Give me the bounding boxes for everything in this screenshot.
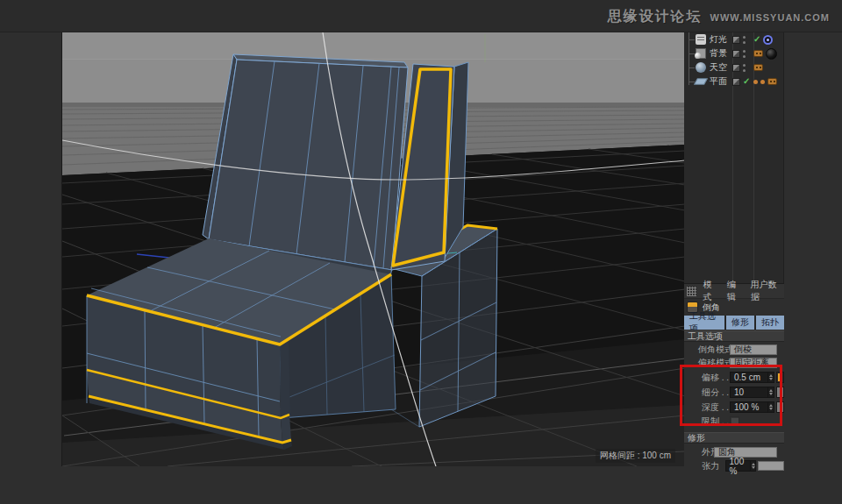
target-tag-icon[interactable] (763, 35, 773, 45)
subdivision-label: 细分 . . . (684, 387, 730, 399)
tension-slider[interactable] (758, 461, 784, 471)
depth-input[interactable]: 100 % (730, 401, 768, 413)
object-label: 平面 (710, 75, 727, 88)
tree-stub (689, 39, 695, 40)
row-depth: 深度 . . . 100 % (684, 401, 784, 413)
row-subdivision: 细分 . . . 10 (684, 387, 784, 398)
texture-tag-icon[interactable] (767, 78, 777, 85)
attribute-manager: 模式 编辑 用户数据 倒角 工具选项 修形 拓扑 工具选项 倒角模式 倒棱 偏移… (684, 283, 784, 472)
texture-tag-icon[interactable] (753, 64, 763, 71)
object-row-plane[interactable]: 平面 ✓ (684, 75, 783, 89)
sky-object-icon (696, 62, 706, 73)
tree-stub (689, 82, 695, 82)
tab-tool-option[interactable]: 工具选项 (684, 316, 724, 330)
row-limit: 限制 . . . (684, 415, 784, 427)
top-bar: 思缘设计论坛 WWW.MISSYUAN.COM (0, 0, 842, 32)
brand-chinese-text: 思缘设计论坛 (608, 8, 703, 26)
object-row-light[interactable]: 灯光 ✓ (684, 32, 783, 46)
watermark-logo: 思缘设计论坛 WWW.MISSYUAN.COM (608, 8, 830, 26)
object-manager: 灯光 ✓ 背景 天空 平面 ✓ (684, 32, 784, 290)
visibility-dots-icon[interactable] (743, 64, 746, 72)
offset-mode-dropdown[interactable]: 固定距离 (730, 358, 777, 368)
tension-label: 张力 (684, 460, 725, 472)
tension-input[interactable]: 100 % (725, 460, 751, 472)
material-thumbnail[interactable] (766, 48, 777, 60)
right-panel-region: 灯光 ✓ 背景 天空 平面 ✓ (684, 32, 842, 504)
row-offset: 偏移 . . . 0.5 cm (684, 372, 784, 383)
object-label: 灯光 (710, 33, 727, 46)
tab-shaping[interactable]: 修形 (726, 316, 754, 330)
tab-topology[interactable]: 拓扑 (756, 316, 784, 330)
subdivision-mini-slider[interactable] (776, 387, 784, 398)
attribute-tabs: 工具选项 修形 拓扑 (684, 316, 784, 330)
enabled-check-icon[interactable]: ✓ (753, 35, 760, 44)
layer-swatch-icon[interactable] (732, 64, 740, 72)
tension-stepper[interactable] (751, 460, 756, 472)
subdivision-stepper[interactable] (768, 387, 774, 398)
subdivision-input[interactable]: 10 (730, 387, 768, 398)
object-row-sky[interactable]: 天空 (684, 60, 783, 75)
layer-swatch-icon[interactable] (732, 78, 740, 86)
attribute-menu-bar: 模式 编辑 用户数据 (684, 284, 784, 299)
light-object-icon (696, 34, 706, 45)
section-shaping: 修形 (684, 432, 784, 444)
row-offset-mode: 偏移模式 固定距离 (684, 357, 784, 368)
tree-stub (689, 53, 695, 54)
object-label: 天空 (710, 61, 727, 74)
viewport-canvas[interactable] (62, 32, 685, 466)
layer-swatch-icon[interactable] (732, 36, 740, 44)
limit-label: 限制 . . . (684, 415, 730, 428)
app-window: 思缘设计论坛 WWW.MISSYUAN.COM (0, 0, 842, 504)
offset-label: 偏移 . . . (684, 372, 730, 384)
panel-grid-icon[interactable] (687, 287, 696, 296)
bevel-mode-label: 倒角模式 (684, 344, 730, 356)
texture-tag-icon[interactable] (753, 50, 763, 57)
tree-stub (689, 67, 695, 68)
grid-spacing-status: 网格间距 : 100 cm (596, 449, 675, 463)
offset-mini-slider[interactable] (776, 372, 784, 383)
offset-stepper[interactable] (768, 372, 774, 383)
object-label: 背景 (710, 47, 727, 60)
object-row-background[interactable]: 背景 (684, 46, 783, 60)
layer-swatch-icon[interactable] (732, 50, 740, 58)
background-object-icon (696, 48, 706, 59)
row-tension: 张力 100 % (684, 460, 784, 472)
depth-label: 深度 . . . (684, 401, 730, 414)
viewport[interactable]: 网格间距 : 100 cm (61, 32, 684, 466)
visibility-dots-icon[interactable] (743, 50, 746, 58)
offset-input[interactable]: 0.5 cm (730, 372, 768, 383)
phong-tag-icon[interactable] (753, 80, 758, 84)
row-bevel-mode: 倒角模式 倒棱 (684, 344, 784, 355)
plane-object-icon (694, 78, 708, 84)
section-tool-options: 工具选项 (684, 330, 784, 342)
offset-mode-label: 偏移模式 (684, 357, 730, 369)
brand-url-text: WWW.MISSYUAN.COM (710, 12, 830, 23)
depth-stepper[interactable] (768, 401, 774, 413)
limit-checkbox[interactable] (730, 416, 739, 426)
phong-tag-icon[interactable] (760, 80, 765, 84)
bevel-mode-dropdown[interactable]: 倒棱 (730, 344, 777, 355)
depth-mini-slider[interactable] (776, 401, 784, 413)
enabled-check-icon[interactable]: ✓ (743, 77, 750, 86)
visibility-dots-icon[interactable] (743, 36, 746, 44)
